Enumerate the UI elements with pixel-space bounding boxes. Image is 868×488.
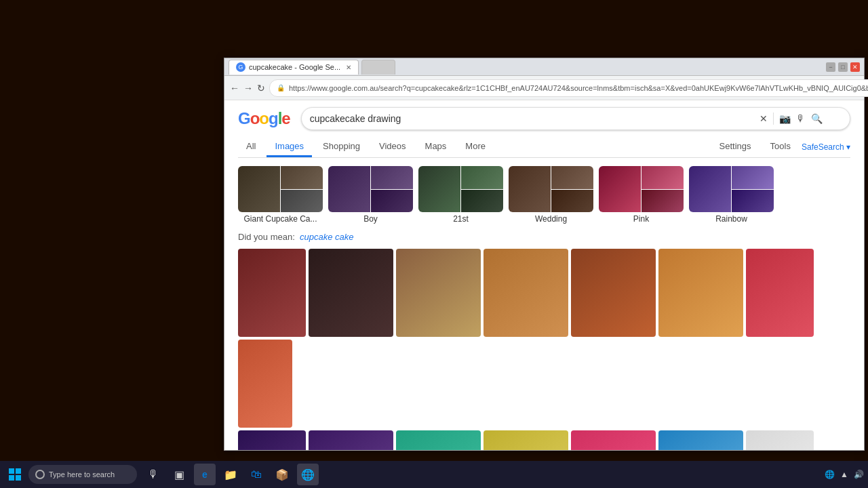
taskbar-speaker-icon[interactable]: 🔊 xyxy=(854,470,864,479)
browser-window: G cupcakecake - Google Se... ✕ − □ ✕ ← →… xyxy=(224,58,865,451)
category-wedding[interactable]: Wedding xyxy=(509,166,593,224)
category-21st[interactable]: 21st xyxy=(418,166,503,224)
taskbar-edge-app[interactable]: e xyxy=(194,464,216,485)
search-box-icons: ✕ 📷 🎙 🔍 xyxy=(760,113,823,125)
taskbar-right: 🌐 ▲ 🔊 xyxy=(825,470,864,479)
tab-tools[interactable]: Tools xyxy=(762,137,799,157)
cat-img-cell xyxy=(281,190,323,213)
did-you-mean-prefix: Did you mean: xyxy=(238,232,295,242)
tab-favicon: G xyxy=(236,62,245,72)
windows-icon xyxy=(9,468,21,481)
did-you-mean-link[interactable]: cupcake cake xyxy=(300,232,354,242)
cat-img-cell xyxy=(642,166,684,189)
category-rainbow[interactable]: Rainbow xyxy=(689,166,774,224)
image-grid-row-1 xyxy=(238,249,850,428)
cat-img-cell xyxy=(328,166,370,212)
tab-settings[interactable]: Settings xyxy=(711,137,760,157)
category-img-21st xyxy=(418,166,503,212)
taskbar-store-app[interactable]: 🛍 xyxy=(245,464,267,485)
tab-more[interactable]: More xyxy=(457,137,494,157)
image-thumb[interactable] xyxy=(658,430,743,450)
search-area: Google cupcakecake drawing ✕ 📷 🎙 🔍 xyxy=(238,107,850,130)
search-query-text: cupcakecake drawing xyxy=(310,113,760,124)
safe-search-toggle[interactable]: SafeSearch ▾ xyxy=(802,142,850,152)
image-categories: Giant Cupcake Ca... Boy 21st xyxy=(238,166,850,224)
camera-search-icon[interactable]: 📷 xyxy=(779,113,791,124)
url-bar[interactable]: 🔒 https://www.google.com.au/search?q=cup… xyxy=(269,79,868,97)
category-boy[interactable]: Boy xyxy=(328,166,413,224)
taskbar-search-text: Type here to search xyxy=(49,470,115,479)
tab-maps[interactable]: Maps xyxy=(417,137,455,157)
category-label-wedding: Wedding xyxy=(509,214,593,224)
cat-img-cell xyxy=(371,190,413,213)
address-bar: ← → ↻ 🔒 https://www.google.com.au/search… xyxy=(224,76,864,100)
did-you-mean: Did you mean: cupcake cake xyxy=(238,232,850,242)
refresh-button[interactable]: ↻ xyxy=(257,81,265,96)
tab-shopping[interactable]: Shopping xyxy=(315,137,368,157)
taskbar-chevron-icon[interactable]: ▲ xyxy=(840,470,848,479)
taskbar-explorer-app[interactable]: 📁 xyxy=(220,464,241,485)
cat-img-cell xyxy=(509,166,551,212)
image-thumb[interactable] xyxy=(238,340,292,428)
cat-img-cell xyxy=(732,190,774,213)
url-text: https://www.google.com.au/search?q=cupca… xyxy=(289,84,868,92)
taskbar-chrome-app[interactable]: 🌐 xyxy=(297,464,319,485)
category-img-wedding xyxy=(509,166,593,212)
tab-label: cupcakecake - Google Se... xyxy=(249,63,340,71)
image-thumb[interactable] xyxy=(238,430,306,450)
category-img-pink xyxy=(599,166,684,212)
image-thumb[interactable] xyxy=(309,430,393,450)
tab-all[interactable]: All xyxy=(238,137,264,157)
taskbar-dropbox-app[interactable]: 📦 xyxy=(271,464,293,485)
taskbar-search-icon xyxy=(35,470,45,479)
taskbar-mic-app[interactable]: 🎙 xyxy=(142,464,164,485)
image-thumb[interactable] xyxy=(746,430,814,450)
cat-img-cell xyxy=(281,166,323,189)
image-thumb[interactable] xyxy=(658,249,743,337)
back-button[interactable]: ← xyxy=(230,81,239,96)
voice-search-icon[interactable]: 🎙 xyxy=(796,113,806,124)
tab-images[interactable]: Images xyxy=(267,137,312,157)
image-thumb[interactable] xyxy=(484,249,568,337)
search-box[interactable]: cupcakecake drawing ✕ 📷 🎙 🔍 xyxy=(301,107,850,130)
maximize-button[interactable]: □ xyxy=(838,62,848,72)
clear-search-icon[interactable]: ✕ xyxy=(760,113,768,124)
category-pink[interactable]: Pink xyxy=(599,166,684,224)
nav-tabs: All Images Shopping Videos Maps More Set… xyxy=(238,137,850,158)
tab-close-button[interactable]: ✕ xyxy=(346,64,351,71)
category-label-boy: Boy xyxy=(328,214,413,224)
image-thumb[interactable] xyxy=(746,249,814,337)
taskbar-apps: 🎙 ▣ e 📁 🛍 📦 🌐 xyxy=(142,464,319,485)
category-label-giant-cupcake: Giant Cupcake Ca... xyxy=(238,214,323,224)
active-tab[interactable]: G cupcakecake - Google Se... ✕ xyxy=(229,60,359,75)
taskbar-globe-icon[interactable]: 🌐 xyxy=(825,470,835,479)
image-thumb[interactable] xyxy=(396,430,481,450)
image-thumb[interactable] xyxy=(484,430,568,450)
category-giant-cupcake[interactable]: Giant Cupcake Ca... xyxy=(238,166,323,224)
image-thumb[interactable] xyxy=(396,249,481,337)
forward-button[interactable]: → xyxy=(243,81,253,96)
category-label-rainbow: Rainbow xyxy=(689,214,774,224)
taskbar-search-bar[interactable]: Type here to search xyxy=(28,465,137,484)
inactive-tab[interactable] xyxy=(361,60,395,75)
cat-img-cell xyxy=(238,166,280,212)
image-thumb[interactable] xyxy=(571,430,656,450)
image-grid-row-2 xyxy=(238,430,850,450)
cat-img-cell xyxy=(418,166,460,212)
submit-search-icon[interactable]: 🔍 xyxy=(811,113,823,124)
category-img-giant-cupcake xyxy=(238,166,323,212)
image-thumb[interactable] xyxy=(571,249,656,337)
cat-img-cell xyxy=(642,190,684,213)
image-thumb[interactable] xyxy=(238,249,306,337)
minimize-button[interactable]: − xyxy=(826,62,835,72)
tab-videos[interactable]: Videos xyxy=(371,137,414,157)
window-controls: − □ ✕ xyxy=(826,62,860,72)
image-thumb[interactable] xyxy=(309,249,393,337)
start-button[interactable] xyxy=(4,464,26,485)
category-img-rainbow xyxy=(689,166,774,212)
category-label-21st: 21st xyxy=(418,214,503,224)
close-button[interactable]: ✕ xyxy=(850,62,860,72)
taskbar: Type here to search 🎙 ▣ e 📁 🛍 📦 🌐 🌐 ▲ 🔊 xyxy=(0,461,868,488)
title-bar: G cupcakecake - Google Se... ✕ − □ ✕ xyxy=(224,58,864,76)
taskbar-task-view[interactable]: ▣ xyxy=(168,464,190,485)
